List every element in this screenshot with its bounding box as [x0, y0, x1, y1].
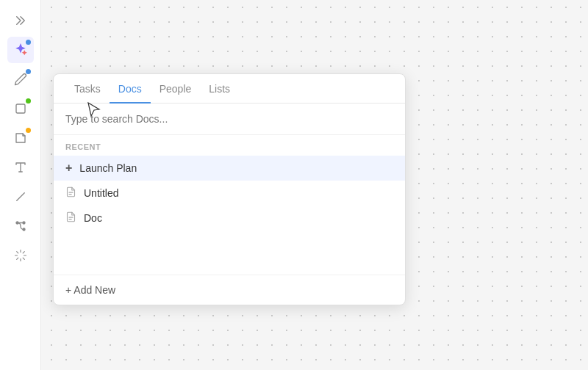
- sidebar-icon-sparkle[interactable]: [7, 242, 34, 269]
- sidebar-icon-shape[interactable]: [7, 95, 34, 122]
- search-input[interactable]: [65, 113, 393, 125]
- shape-icon-dot: [26, 98, 31, 104]
- sidebar-icon-line[interactable]: [7, 184, 34, 210]
- sidebar-icon-text[interactable]: [7, 154, 34, 181]
- sidebar: [0, 0, 41, 370]
- list-item[interactable]: + Launch Plan: [54, 156, 405, 181]
- tab-tasks[interactable]: Tasks: [65, 74, 110, 104]
- sidebar-icon-magic[interactable]: [7, 37, 34, 63]
- sidebar-icon-pencil[interactable]: [7, 66, 34, 92]
- list-item[interactable]: Untitled: [54, 181, 405, 206]
- add-new-label: + Add New: [65, 284, 115, 296]
- doc-item-label: Doc: [84, 212, 102, 224]
- tabs-container: Tasks Docs People Lists: [54, 74, 405, 104]
- plus-icon: +: [65, 162, 72, 175]
- pencil-icon-dot: [26, 69, 31, 74]
- doc-item-label: Launch Plan: [79, 162, 137, 174]
- tab-docs[interactable]: Docs: [110, 74, 151, 104]
- sticky-icon-dot: [26, 128, 31, 133]
- magic-icon-dot: [26, 40, 31, 45]
- recent-section-label: RECENT: [54, 135, 405, 156]
- document-icon: [65, 186, 76, 200]
- sidebar-icon-sticky[interactable]: [7, 125, 34, 151]
- tab-lists[interactable]: Lists: [200, 74, 239, 104]
- document-icon: [65, 211, 76, 225]
- svg-rect-0: [16, 104, 25, 113]
- sidebar-icon-connector[interactable]: [7, 213, 34, 239]
- doc-item-label: Untitled: [84, 187, 118, 199]
- add-new-button[interactable]: + Add New: [54, 275, 405, 305]
- tab-people[interactable]: People: [151, 74, 201, 104]
- popup-panel: Tasks Docs People Lists RECENT + Launch …: [53, 73, 406, 305]
- list-item[interactable]: Doc: [54, 206, 405, 231]
- sidebar-icon-arrow[interactable]: [7, 7, 34, 34]
- search-area: [54, 104, 405, 135]
